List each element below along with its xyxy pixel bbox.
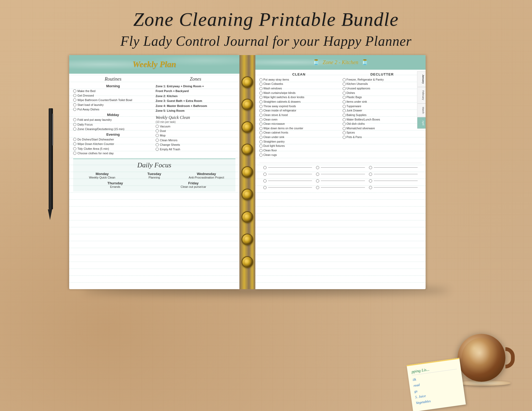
clean-item-7[interactable]: Throw away expired foods [259, 105, 339, 108]
check-circle[interactable] [263, 179, 267, 182]
check-circle[interactable] [156, 125, 159, 128]
tab-february[interactable]: February [417, 87, 426, 103]
declutter-item-5[interactable]: Plastic Bags [343, 96, 422, 99]
declutter-item-4[interactable]: Dishes [343, 91, 422, 95]
check-circle[interactable] [156, 139, 159, 142]
qc-item-2[interactable]: Dust [156, 129, 235, 133]
check-circle[interactable] [259, 114, 263, 117]
check-circle[interactable] [343, 78, 346, 81]
declutter-item-12[interactable]: Mismatched silverware [343, 127, 422, 130]
qc-item-4[interactable]: Clean Mirrors [156, 138, 235, 142]
check-circle[interactable] [156, 143, 159, 146]
check-circle[interactable] [263, 166, 267, 169]
check-circle[interactable] [73, 127, 76, 131]
check-circle[interactable] [259, 82, 263, 86]
check-circle[interactable] [259, 100, 263, 103]
declutter-item-14[interactable]: Pots & Pans [343, 135, 422, 139]
morning-item-5[interactable]: Put Away Dishes [73, 107, 153, 111]
check-circle[interactable] [343, 87, 346, 90]
check-circle[interactable] [259, 118, 263, 121]
declutter-item-10[interactable]: Water Bottles/Lunch Boxes [343, 118, 422, 122]
check-circle[interactable] [259, 136, 263, 139]
morning-item-4[interactable]: Start load of laundry [73, 103, 153, 107]
clean-item-11[interactable]: Clean microwave [259, 122, 339, 126]
check-circle[interactable] [259, 122, 263, 126]
check-circle[interactable] [73, 152, 76, 155]
check-circle[interactable] [73, 94, 76, 97]
check-circle[interactable] [73, 142, 76, 146]
clean-item-18[interactable]: Clean rugs [259, 153, 339, 157]
declutter-item-9[interactable]: Baking Supplies [343, 113, 422, 117]
clean-item-4[interactable]: Wash curtains/wipe blinds [259, 91, 339, 95]
check-circle[interactable] [343, 122, 346, 126]
qc-item-6[interactable]: Empty All Trash [156, 147, 235, 151]
clean-item-1[interactable]: Put away stray items [259, 78, 339, 82]
check-circle[interactable] [259, 127, 263, 130]
check-circle[interactable] [156, 129, 159, 132]
check-circle[interactable] [316, 186, 319, 189]
check-circle[interactable] [73, 108, 76, 111]
clean-item-2[interactable]: Clean Cobwebs [259, 82, 339, 86]
midday-item-2[interactable]: Daily Focus [73, 123, 153, 126]
clean-item-13[interactable]: Clean cabinet fronts [259, 131, 339, 135]
clean-item-9[interactable]: Clean stove & hood [259, 113, 339, 117]
morning-item-2[interactable]: Get Dressed [73, 94, 153, 97]
check-circle[interactable] [343, 131, 346, 134]
check-circle[interactable] [343, 114, 346, 117]
midday-item-1[interactable]: Fold and put away laundry [73, 118, 153, 122]
clean-item-3[interactable]: Wash windows [259, 87, 339, 90]
declutter-item-7[interactable]: Tupperware [343, 105, 422, 108]
clean-item-14[interactable]: Clean under sink [259, 135, 339, 139]
check-circle[interactable] [73, 123, 76, 126]
declutter-item-2[interactable]: Kitchen Utsensils [343, 82, 422, 86]
check-circle[interactable] [263, 186, 267, 189]
check-circle[interactable] [73, 138, 76, 141]
evening-item-4[interactable]: Choose clothes for next day [73, 151, 153, 155]
evening-item-3[interactable]: Tidy Clutter Area (5 min) [73, 147, 153, 151]
check-circle[interactable] [73, 147, 76, 150]
check-circle[interactable] [343, 127, 346, 130]
check-circle[interactable] [369, 173, 372, 176]
check-circle[interactable] [259, 92, 263, 95]
qc-item-5[interactable]: Change Sheets [156, 143, 235, 147]
declutter-item-3[interactable]: Unused appliances [343, 87, 422, 90]
qc-item-1[interactable]: Vacuum [156, 124, 235, 128]
clean-item-15[interactable]: Straighten pantry [259, 140, 339, 144]
check-circle[interactable] [259, 105, 263, 108]
tab-january[interactable]: January [417, 71, 426, 87]
clean-item-8[interactable]: Clean inside of refrigerator [259, 109, 339, 113]
check-circle[interactable] [259, 153, 263, 157]
check-circle[interactable] [369, 166, 372, 169]
check-circle[interactable] [343, 96, 346, 99]
check-circle[interactable] [259, 149, 263, 152]
morning-item-1[interactable]: Make the Bed [73, 89, 153, 93]
check-circle[interactable] [316, 166, 319, 169]
morning-item-3[interactable]: Wipe Bathroom Counter/Swish Toilet Bowl [73, 98, 153, 102]
check-circle[interactable] [343, 109, 346, 112]
check-circle[interactable] [369, 186, 372, 189]
clean-item-6[interactable]: Straighten cabinets & drawers [259, 100, 339, 104]
declutter-item-1[interactable]: Freezer, Refrigerator & Pantry [343, 78, 422, 82]
check-circle[interactable] [259, 96, 263, 99]
clean-item-16[interactable]: Dust light fixtures [259, 144, 339, 148]
check-circle[interactable] [259, 144, 263, 148]
check-circle[interactable] [259, 140, 263, 143]
declutter-item-6[interactable]: Items under sink [343, 100, 422, 104]
check-circle[interactable] [263, 173, 267, 176]
check-circle[interactable] [343, 100, 346, 103]
check-circle[interactable] [156, 134, 159, 137]
declutter-item-8[interactable]: Junk Drawer [343, 109, 422, 113]
check-circle[interactable] [343, 136, 346, 139]
evening-item-1[interactable]: Do Dishes/Start Dishwasher [73, 138, 153, 141]
clean-item-12[interactable]: Wipe down items on the counter [259, 127, 339, 130]
check-circle[interactable] [259, 87, 263, 90]
tab-april[interactable]: April [417, 117, 426, 129]
check-circle[interactable] [343, 82, 346, 86]
check-circle[interactable] [259, 109, 263, 112]
check-circle[interactable] [73, 118, 76, 121]
check-circle[interactable] [259, 78, 263, 81]
evening-item-2[interactable]: Wipe Down Kitchen Counter [73, 142, 153, 146]
tab-march[interactable]: March [417, 103, 426, 117]
check-circle[interactable] [73, 89, 76, 93]
check-circle[interactable] [316, 179, 319, 182]
